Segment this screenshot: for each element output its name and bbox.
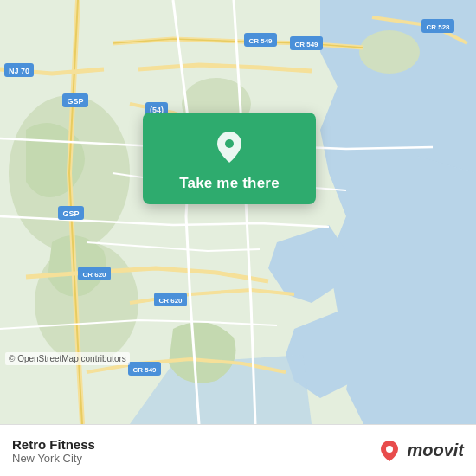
osm-attribution: © OpenStreetMap contributors	[5, 352, 130, 365]
location-info: Retro Fitness New York City	[12, 437, 95, 465]
moovit-pin-icon	[377, 439, 402, 463]
moovit-text: moovit	[407, 441, 464, 460]
location-city: New York City	[12, 452, 95, 465]
svg-text:CR 549: CR 549	[294, 41, 318, 48]
svg-text:GSP: GSP	[62, 209, 79, 218]
svg-point-26	[386, 446, 393, 453]
map-container: NJ 70 GSP GSP (54) CR 549 CR 549 CR 528 …	[0, 0, 476, 424]
svg-point-25	[225, 139, 234, 148]
location-name: Retro Fitness	[12, 437, 95, 452]
svg-text:GSP: GSP	[67, 97, 83, 106]
bottom-bar: Retro Fitness New York City moovit	[0, 424, 476, 476]
take-me-there-popup[interactable]: Take me there	[143, 113, 316, 204]
moovit-logo: moovit	[377, 439, 464, 463]
svg-text:CR 549: CR 549	[132, 366, 157, 374]
popup-label: Take me there	[179, 175, 280, 192]
svg-text:CR 620: CR 620	[82, 271, 106, 279]
svg-text:CR 528: CR 528	[426, 23, 450, 31]
svg-text:CR 620: CR 620	[158, 297, 183, 305]
svg-point-4	[359, 30, 420, 74]
location-pin-icon	[210, 128, 248, 166]
svg-text:NJ 70: NJ 70	[9, 67, 29, 75]
svg-text:CR 549: CR 549	[248, 37, 273, 45]
